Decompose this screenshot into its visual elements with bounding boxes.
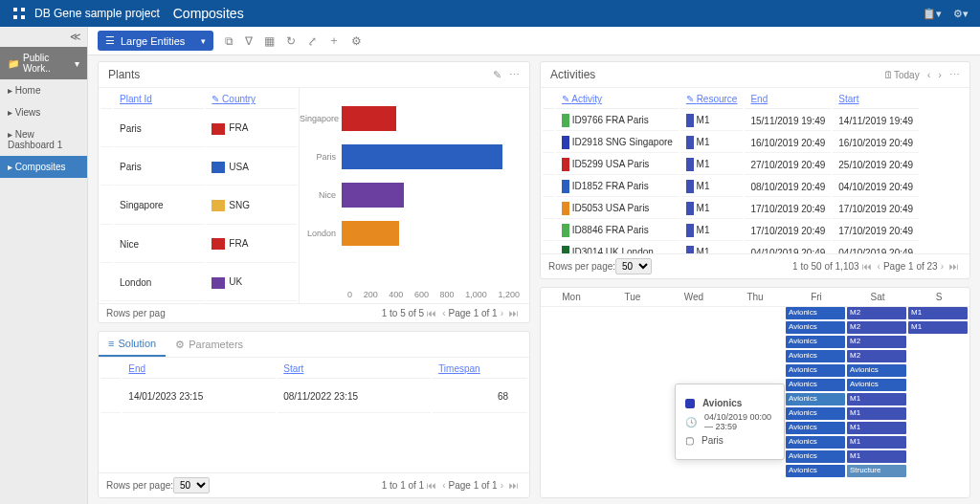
last-page-icon[interactable]: ⏭ [509,308,519,318]
calendar-event[interactable]: M1 [847,393,906,405]
calendar-event[interactable]: M1 [847,436,906,449]
page-title: Composites [173,6,244,21]
prev-page-icon[interactable]: ‹ [442,308,445,318]
table-row[interactable]: NiceFRA [100,227,297,263]
calendar-event[interactable]: Avionics [847,379,906,391]
calendar-event[interactable]: M2 [847,307,906,319]
sidebar-item-home[interactable]: ▸ Home [0,79,87,101]
table-row[interactable]: ID5299 USA Paris M127/10/2019 20:4925/10… [543,155,919,175]
svg-rect-1 [21,8,25,11]
more-icon[interactable]: ⋯ [509,69,520,81]
table-row[interactable]: ParisFRA [100,111,297,147]
calendar-event[interactable]: Avionics [786,422,845,434]
calendar-day-header: Wed [663,288,724,306]
calendar-day-header: Tue [602,288,663,306]
gear-icon[interactable]: ⚙▾ [953,8,969,20]
calendar-event[interactable]: Avionics [786,307,845,319]
clock-icon: 🕓 [685,417,697,427]
table-row[interactable]: ID2918 SNG Singapore M116/10/2019 20:491… [543,133,919,153]
svg-rect-2 [13,15,17,19]
table-row[interactable]: ID8846 FRA Paris M117/10/2019 20:4917/10… [543,221,919,241]
svg-rect-3 [21,15,25,19]
settings-icon[interactable]: ⚙ [351,34,362,48]
calendar-event[interactable]: Avionics [786,379,845,391]
entity-dropdown[interactable]: ☰ Large Entities [98,31,213,51]
edit-icon[interactable]: ✎ [493,69,501,81]
activities-title: Activities [550,68,595,81]
calendar-event[interactable]: M1 [847,407,906,420]
calendar-day-header: Mon [541,288,602,306]
copy-icon[interactable]: ⧉ [225,34,234,48]
calendar-event[interactable]: Avionics [786,436,845,449]
calendar-event[interactable]: Avionics [786,450,845,463]
clipboard-icon[interactable]: 📋▾ [923,8,942,20]
project-name: DB Gene sample project [34,7,160,20]
calendar-event[interactable]: Avionics [786,350,845,362]
table-row[interactable]: ParisUSA [100,149,297,186]
rows-per-page-select[interactable]: 50 [615,258,652,274]
calendar-day-header: Sat [847,288,908,306]
calendar-event[interactable]: M2 [847,321,906,334]
color-swatch-icon [685,399,695,408]
rows-per-page-select[interactable]: 50 [173,477,210,493]
rows-per-page-label: Rows per pag [106,308,166,318]
location-icon: ▢ [685,435,694,446]
calendar-event[interactable]: Avionics [786,321,845,334]
calendar-event[interactable]: M1 [908,321,968,334]
next-page-icon[interactable]: › [501,308,503,318]
filter-icon[interactable]: ∇ [245,34,253,48]
refresh-icon[interactable]: ↻ [286,34,296,48]
calendar-event[interactable]: Avionics [786,364,845,377]
event-popup: Avionics 🕓04/10/2019 00:00 — 23:59 ▢Pari… [675,383,785,460]
share-icon[interactable]: ⤤ [307,34,317,48]
grid-icon[interactable]: ▦ [264,34,275,48]
sidebar-item-new-dashboard-1[interactable]: ▸ New Dashboard 1 [0,123,87,156]
table-row[interactable]: SingaporeSNG [100,187,297,224]
calendar-event[interactable]: M2 [847,350,906,362]
calendar-event[interactable]: Avionics [786,465,845,477]
table-row[interactable]: ID3014 UK London M104/10/2019 20:4904/10… [543,243,919,253]
calendar-event[interactable]: Avionics [847,364,906,377]
calendar-event[interactable]: M1 [908,307,968,319]
calendar-event[interactable]: Avionics [786,407,845,420]
add-icon[interactable]: ＋ [328,33,340,49]
first-page-icon[interactable]: ⏮ [427,308,436,318]
calendar-event[interactable]: M1 [847,450,906,463]
calendar-event[interactable]: M1 [847,422,906,434]
calendar-icon[interactable]: 🗓 [883,69,894,80]
svg-rect-0 [13,8,17,11]
calendar-day-header: Thu [724,288,786,306]
prev-icon[interactable]: ‹ [927,69,931,80]
calendar-event[interactable]: M2 [847,336,906,348]
tab-solution[interactable]: ≡ Solution [99,332,166,357]
table-row[interactable]: LondonUK [100,265,297,301]
calendar-day-header: Fri [786,288,847,306]
table-row[interactable]: ID5053 USA Paris M117/10/2019 20:4917/10… [543,199,919,219]
calendar-event[interactable]: Avionics [786,336,845,348]
table-row[interactable]: ID1852 FRA Paris M108/10/2019 20:4904/10… [543,177,919,197]
app-logo-icon [11,6,27,21]
next-icon[interactable]: › [938,69,942,80]
sidebar-item-composites[interactable]: ▸ Composites [0,156,87,178]
collapse-sidebar-icon[interactable]: ≪ [0,27,87,47]
table-row[interactable]: ID9766 FRA Paris M115/11/2019 19:4914/11… [543,111,919,131]
plants-title: Plants [108,68,140,81]
tab-parameters[interactable]: ⚙ Parameters [166,332,253,357]
more-icon[interactable]: ⋯ [949,69,960,81]
calendar-event[interactable]: Avionics [786,393,845,405]
sidebar-item-views[interactable]: ▸ Views [0,101,87,123]
workspace-selector[interactable]: 📁 Public Work.. ▾ [0,47,87,79]
calendar-event[interactable]: Structure [847,465,906,477]
calendar-day-header: S [908,288,969,306]
